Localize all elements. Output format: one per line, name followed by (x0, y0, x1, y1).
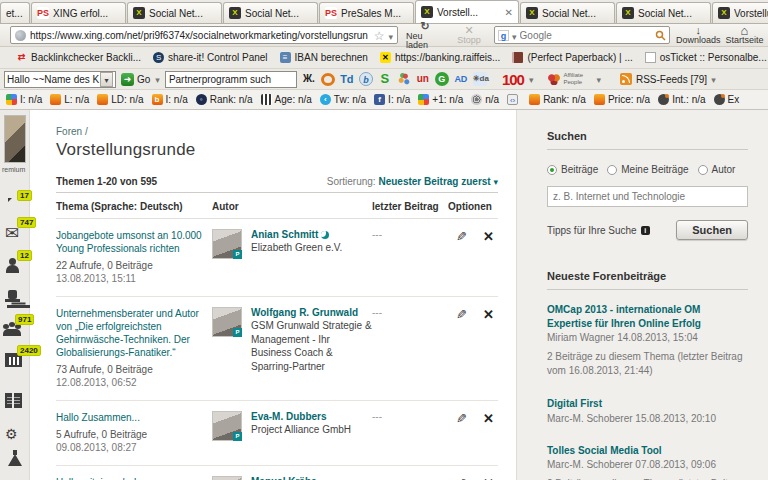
radio-beitraege[interactable]: Beiträge (547, 164, 598, 175)
sort-value[interactable]: Neuester Beitrag zuerst (378, 176, 490, 187)
bookmark-item[interactable]: IBAN berechnen (280, 52, 368, 63)
browser-tab[interactable]: XSocial Net... (520, 2, 615, 23)
edit-pencil-icon[interactable] (456, 476, 467, 480)
search-tips-link[interactable]: Tipps für Ihre Suche (547, 225, 650, 236)
seo-metric[interactable]: I: n/a (374, 94, 410, 105)
b-circle-toolbar-icon[interactable] (359, 72, 373, 86)
nav-events[interactable]: 2420 (5, 353, 22, 367)
delete-x-icon[interactable] (483, 476, 494, 480)
radio-icon[interactable] (698, 165, 708, 175)
stop-button[interactable]: Stopp (452, 25, 486, 45)
spray-toolbar-icon[interactable] (397, 72, 411, 86)
avatar[interactable] (212, 307, 242, 337)
radio-icon[interactable] (607, 165, 617, 175)
nav-groups[interactable]: 971 (3, 322, 23, 336)
seo-metric[interactable]: Ex (714, 94, 740, 105)
author-link[interactable]: Anian Schmitt (251, 229, 318, 240)
ad-toolbar-icon[interactable] (454, 72, 468, 86)
browser-tab[interactable]: PSXING erfol... (31, 2, 126, 23)
forum-search-input[interactable] (547, 186, 748, 207)
search-button[interactable]: Suchen (676, 220, 748, 240)
xdot-toolbar-icon[interactable] (302, 72, 316, 86)
nav-companies[interactable] (5, 393, 22, 408)
bookmark-item[interactable]: osTicket :: Personalbe... (645, 52, 767, 63)
premium-ad-image[interactable] (4, 115, 26, 163)
affiliate-dropdown-icon[interactable] (596, 74, 601, 85)
bookmark-item[interactable]: https://banking.raiffeis... (380, 52, 500, 63)
ring-toolbar-icon[interactable] (321, 73, 335, 86)
affiliate-people-button[interactable]: Affiliate People (548, 72, 601, 85)
info-icon[interactable] (641, 226, 650, 235)
edit-pencil-icon[interactable] (456, 307, 467, 322)
da-toolbar-icon[interactable] (473, 72, 487, 86)
hundred-logo[interactable]: 100 (502, 71, 524, 88)
un-toolbar-icon[interactable] (416, 72, 430, 86)
browser-tab[interactable]: XSocial Net... (127, 2, 222, 23)
post-title-link[interactable]: Tolles Social Media Tool (547, 444, 748, 458)
avatar[interactable] (212, 476, 242, 480)
thread-title-link[interactable]: Hallo Zusammen... (56, 411, 212, 424)
thread-title-link[interactable]: Unternehmensberater und Autor von „Die e… (56, 307, 212, 359)
go-dropdown-icon[interactable] (155, 74, 160, 85)
nav-contacts[interactable]: 12 (5, 258, 21, 274)
web-search-box[interactable] (494, 26, 670, 44)
edit-pencil-icon[interactable] (456, 411, 467, 426)
seo-metric[interactable]: Age: n/a (261, 94, 312, 105)
bookmark-star-icon[interactable] (374, 26, 385, 44)
seo-metric[interactable]: Rank: n/a (196, 94, 253, 105)
browser-tab[interactable]: XSocial Net... (616, 2, 711, 23)
avatar[interactable] (212, 411, 242, 441)
edit-pencil-icon[interactable] (456, 229, 467, 244)
seo-metric[interactable]: I: n/a (6, 94, 42, 105)
seo-metric[interactable]: +1: n/a (418, 94, 463, 105)
breadcrumb[interactable]: Foren / (56, 126, 498, 137)
radio-meine-beitraege[interactable]: Meine Beiträge (607, 164, 688, 175)
browser-tab[interactable]: et... (0, 2, 30, 23)
seo-metric[interactable]: LD: n/a (97, 94, 143, 105)
delete-x-icon[interactable] (483, 411, 494, 426)
thread-title-link[interactable]: Hallo miteinander! (56, 476, 212, 480)
thread-title-link[interactable]: Jobangebote umsonst an 10.000 Young Prof… (56, 229, 212, 255)
nav-labs[interactable] (8, 454, 22, 466)
delete-x-icon[interactable] (483, 307, 494, 322)
author-link[interactable]: Wolfgang R. Grunwald (251, 307, 358, 318)
nav-mail[interactable]: 747 (5, 225, 19, 243)
bookmark-item[interactable]: share-it! Control Panel (153, 52, 268, 63)
s-green-toolbar-icon[interactable] (378, 72, 392, 86)
seo-metric[interactable]: Rank: n/a (529, 94, 586, 105)
author-link[interactable]: Manuel Krähe (251, 476, 317, 480)
seo-metric[interactable]: Int.: n/a (658, 94, 705, 105)
seo-metric[interactable]: Tw: n/a (320, 94, 366, 105)
post-title-link[interactable]: OMCap 2013 - internationale OM Expertise… (547, 303, 748, 330)
seo-metric[interactable]: I: n/a (152, 94, 188, 105)
author-link[interactable]: Eva-M. Dubbers (251, 411, 327, 422)
sort-control[interactable]: Sortierung: Neuester Beitrag zuerst (327, 176, 498, 187)
rss-dropdown-icon[interactable] (711, 74, 716, 85)
downloads-button[interactable]: Downloads (678, 25, 719, 45)
td-toolbar-icon[interactable] (340, 72, 354, 86)
web-search-input[interactable] (520, 30, 652, 41)
browser-tab[interactable]: XSocial Net... (223, 2, 318, 23)
g-circle-toolbar-icon[interactable] (435, 72, 449, 86)
dropdown-button-icon[interactable] (100, 72, 113, 87)
site-identity-icon[interactable] (15, 30, 26, 41)
url-input[interactable] (30, 30, 370, 41)
search-engine-dropdown-icon[interactable] (512, 26, 517, 44)
url-dropdown-icon[interactable] (388, 26, 393, 44)
greeting-dropdown[interactable]: Hallo ~~Name des K (4, 71, 116, 88)
post-title-link[interactable]: Digital First (547, 397, 748, 411)
seo-metric[interactable]: L: n/a (50, 94, 89, 105)
bookmark-item[interactable]: (Perfect Paperback) | ... (512, 52, 632, 63)
seo-metric[interactable]: Price: n/a (594, 94, 650, 105)
home-button[interactable]: Startseite (727, 25, 762, 45)
nav-jobs[interactable] (5, 290, 21, 308)
delete-x-icon[interactable] (483, 229, 494, 244)
radio-autor[interactable]: Autor (698, 164, 736, 175)
url-bar[interactable] (10, 26, 398, 44)
avatar[interactable] (212, 229, 242, 259)
rss-feeds-button[interactable]: RSS-Feeds [79] (620, 73, 716, 85)
radio-selected-icon[interactable] (547, 165, 557, 175)
browser-tab[interactable]: PSPreSales M... (319, 2, 414, 23)
hundred-dropdown-icon[interactable] (529, 74, 534, 85)
bookmark-item[interactable]: Backlinkchecker Backli... (16, 52, 141, 63)
